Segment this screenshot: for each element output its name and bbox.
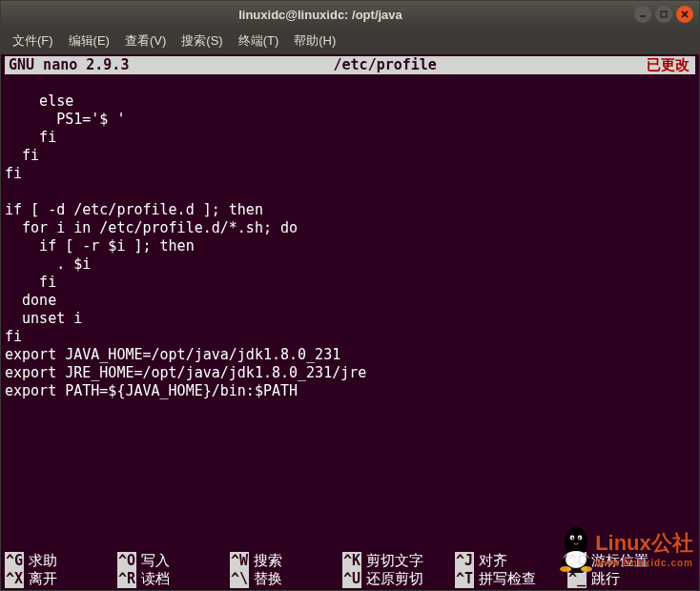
svg-point-8 bbox=[570, 536, 575, 540]
nano-shortcut: ^U还原剪切 bbox=[342, 570, 455, 588]
nano-file-path: /etc/profile bbox=[129, 56, 641, 74]
nano-shortcut: ^X离开 bbox=[5, 570, 117, 588]
window-buttons bbox=[634, 6, 693, 23]
shortcut-key: ^G bbox=[5, 552, 24, 570]
shortcut-key: ^R bbox=[117, 570, 136, 588]
svg-rect-1 bbox=[661, 11, 667, 17]
nano-shortcut: ^J对齐 bbox=[455, 552, 567, 570]
shortcut-key: ^\ bbox=[230, 570, 249, 588]
close-button[interactable] bbox=[676, 6, 693, 23]
shortcut-label: 离开 bbox=[24, 570, 57, 588]
shortcut-key: ^W bbox=[230, 552, 249, 570]
shortcut-key: ^C bbox=[567, 552, 587, 570]
nano-shortcut: ^\替换 bbox=[230, 570, 342, 588]
nano-help-bar: ^G求助^O写入^W搜索^K剪切文字^J对齐^C游标位置 ^X离开^R读档^\替… bbox=[5, 552, 695, 588]
menubar: 文件(F) 编辑(E) 查看(V) 搜索(S) 终端(T) 帮助(H) bbox=[1, 28, 699, 54]
shortcut-key: ^K bbox=[342, 552, 361, 570]
menu-edit[interactable]: 编辑(E) bbox=[61, 29, 117, 53]
shortcut-label: 搜索 bbox=[249, 552, 282, 570]
titlebar[interactable]: linuxidc@linuxidc: /opt/java bbox=[1, 1, 699, 28]
svg-point-11 bbox=[579, 538, 581, 540]
nano-shortcut: ^K剪切文字 bbox=[342, 552, 455, 570]
nano-name-version: GNU nano 2.9.3 bbox=[5, 56, 129, 74]
nano-shortcut: ^O写入 bbox=[117, 552, 230, 570]
nano-shortcut: ^W搜索 bbox=[230, 552, 342, 570]
menu-file[interactable]: 文件(F) bbox=[5, 29, 61, 53]
nano-shortcut: ^C游标位置 bbox=[567, 552, 680, 570]
svg-point-10 bbox=[572, 538, 574, 540]
menu-terminal[interactable]: 终端(T) bbox=[231, 29, 287, 53]
shortcut-label: 还原剪切 bbox=[361, 570, 423, 588]
shortcut-key: ^U bbox=[342, 570, 361, 588]
shortcut-key: ^J bbox=[455, 552, 474, 570]
shortcut-key: ^O bbox=[117, 552, 136, 570]
shortcut-label: 跳行 bbox=[587, 570, 620, 588]
nano-shortcut: ^G求助 bbox=[5, 552, 117, 570]
shortcut-key: ^T bbox=[455, 570, 474, 588]
nano-editor-content[interactable]: else PS1='$ ' fi fi fi if [ -d /etc/prof… bbox=[5, 74, 695, 400]
window-title: linuxidc@linuxidc: /opt/java bbox=[7, 8, 634, 22]
shortcut-label: 读档 bbox=[136, 570, 170, 588]
shortcut-label: 替换 bbox=[249, 570, 282, 588]
svg-point-9 bbox=[578, 536, 583, 540]
nano-modified-flag: 已更改 bbox=[641, 56, 695, 74]
minimize-button[interactable] bbox=[634, 6, 651, 23]
menu-help[interactable]: 帮助(H) bbox=[286, 29, 343, 53]
menu-view[interactable]: 查看(V) bbox=[117, 29, 174, 53]
shortcut-key: ^X bbox=[5, 570, 24, 588]
terminal-window: linuxidc@linuxidc: /opt/java 文件(F) 编辑(E)… bbox=[0, 0, 700, 591]
shortcut-label: 写入 bbox=[136, 552, 170, 570]
shortcut-key: ^_ bbox=[567, 570, 587, 588]
shortcut-label: 拼写检查 bbox=[474, 570, 536, 588]
nano-shortcut: ^T拼写检查 bbox=[455, 570, 567, 588]
shortcut-label: 游标位置 bbox=[587, 552, 649, 570]
nano-shortcut: ^_跳行 bbox=[567, 570, 680, 588]
shortcut-label: 对齐 bbox=[474, 552, 507, 570]
shortcut-label: 剪切文字 bbox=[361, 552, 423, 570]
menu-search[interactable]: 搜索(S) bbox=[174, 29, 230, 53]
maximize-button[interactable] bbox=[655, 6, 672, 23]
nano-shortcut: ^R读档 bbox=[117, 570, 230, 588]
shortcut-label: 求助 bbox=[24, 552, 57, 570]
nano-statusbar: GNU nano 2.9.3 /etc/profile 已更改 bbox=[5, 56, 695, 74]
terminal-body[interactable]: GNU nano 2.9.3 /etc/profile 已更改 else PS1… bbox=[1, 54, 699, 590]
